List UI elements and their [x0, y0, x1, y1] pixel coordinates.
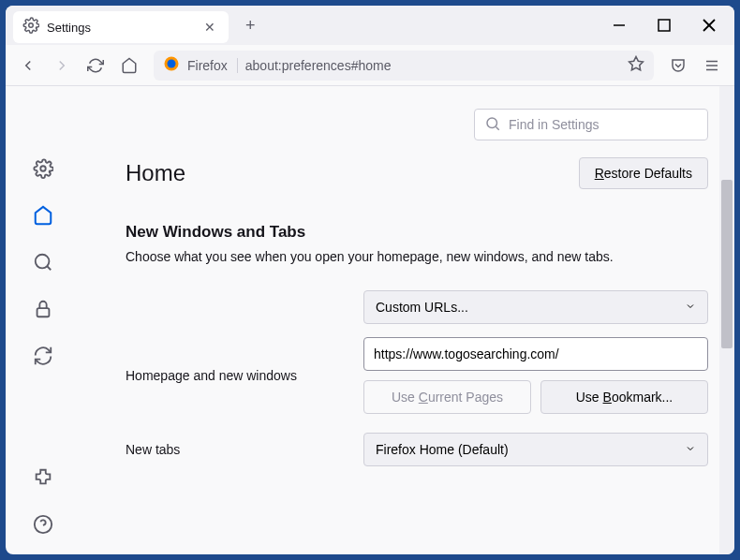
sidebar-privacy-icon[interactable]: [32, 298, 54, 320]
urlbar-url: about:preferences#home: [245, 58, 620, 73]
sidebar-search-icon[interactable]: [32, 251, 54, 273]
svg-point-0: [29, 23, 34, 28]
forward-button[interactable]: [47, 51, 77, 81]
search-icon: [484, 115, 501, 135]
newtabs-mode-select[interactable]: Firefox Home (Default): [363, 433, 708, 466]
minimize-button[interactable]: [598, 6, 641, 45]
use-current-pages-button[interactable]: Use Current Pages: [363, 380, 531, 414]
homepage-url-input[interactable]: [363, 337, 708, 371]
sidebar-help-icon[interactable]: [32, 513, 54, 536]
sidebar-extensions-icon[interactable]: [32, 466, 54, 489]
vertical-scrollbar[interactable]: [719, 86, 734, 554]
page-title: Home: [126, 160, 185, 186]
svg-line-18: [496, 126, 498, 129]
sidebar-home-icon[interactable]: [32, 204, 54, 227]
section-heading: New Windows and Tabs: [126, 223, 708, 242]
tab-settings[interactable]: Settings ✕: [13, 11, 229, 43]
sidebar-general-icon[interactable]: [32, 157, 54, 180]
scroll-thumb[interactable]: [721, 180, 733, 348]
content-area: Find in Settings Home Restore Defaults N…: [6, 86, 734, 554]
tab-close-button[interactable]: ✕: [200, 18, 219, 37]
tab-bar: Settings ✕ +: [6, 6, 734, 45]
select-value: Custom URLs...: [376, 300, 468, 315]
svg-point-6: [168, 59, 176, 67]
bookmark-star-icon[interactable]: [628, 55, 644, 76]
home-button[interactable]: [114, 51, 144, 81]
svg-point-12: [36, 255, 50, 269]
tab-title: Settings: [47, 21, 193, 35]
svg-rect-2: [659, 20, 670, 31]
svg-point-17: [487, 118, 497, 128]
back-button[interactable]: [13, 51, 43, 81]
gear-icon: [22, 17, 39, 37]
homepage-label: Homepage and new windows: [126, 368, 350, 383]
window-controls: [598, 6, 731, 45]
chevron-down-icon: [685, 442, 696, 457]
sidebar-sync-icon[interactable]: [32, 345, 54, 367]
newtabs-label: New tabs: [126, 442, 350, 457]
maximize-button[interactable]: [643, 6, 686, 45]
url-bar[interactable]: Firefox about:preferences#home: [154, 51, 654, 81]
chevron-down-icon: [685, 300, 696, 315]
firefox-window: Settings ✕ + Firefox about:preferences#h…: [6, 6, 734, 554]
search-placeholder: Find in Settings: [509, 117, 599, 132]
restore-defaults-button[interactable]: Restore Defaults: [579, 157, 708, 189]
reload-button[interactable]: [81, 51, 111, 81]
svg-rect-14: [37, 308, 50, 317]
homepage-mode-select[interactable]: Custom URLs...: [363, 290, 708, 324]
close-window-button[interactable]: [688, 6, 731, 45]
firefox-icon: [163, 55, 180, 76]
app-menu-button[interactable]: [697, 51, 727, 81]
section-description: Choose what you see when you open your h…: [126, 249, 708, 264]
use-bookmark-button[interactable]: Use Bookmark...: [540, 380, 708, 414]
settings-main: Find in Settings Home Restore Defaults N…: [81, 86, 734, 554]
settings-sidebar: [6, 86, 81, 554]
svg-line-13: [47, 266, 51, 270]
new-tab-button[interactable]: +: [238, 12, 263, 39]
settings-search-input[interactable]: Find in Settings: [474, 109, 708, 140]
select-value: Firefox Home (Default): [376, 442, 509, 457]
toolbar: Firefox about:preferences#home: [6, 45, 734, 86]
urlbar-brand: Firefox: [187, 58, 238, 73]
pocket-button[interactable]: [663, 51, 693, 81]
svg-point-11: [40, 166, 46, 171]
svg-marker-7: [629, 56, 644, 69]
